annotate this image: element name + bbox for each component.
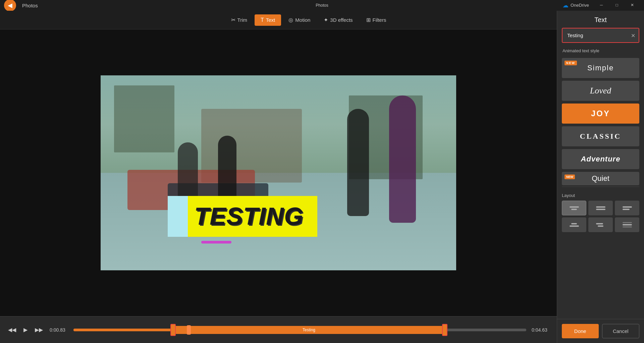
scene-element-1 — [114, 85, 174, 152]
trim-icon: ✂ — [231, 17, 235, 23]
filters-button[interactable]: ⊞ Filters — [360, 14, 392, 26]
layout-btn-6[interactable] — [615, 217, 639, 232]
layout-btn-3[interactable] — [615, 201, 639, 215]
layout-bar — [571, 223, 577, 224]
filters-label: Filters — [373, 17, 386, 23]
done-button[interactable]: Done — [562, 324, 599, 338]
video-frame: TESTING — [101, 75, 456, 270]
layout-bar — [570, 206, 579, 208]
layout-bar — [623, 222, 632, 223]
text-label: Text — [266, 17, 275, 23]
minimize-button[interactable]: ─ — [594, 0, 609, 10]
bottom-buttons: Done Cancel — [557, 319, 644, 343]
video-container: TESTING — [0, 29, 557, 316]
track-progress — [73, 329, 187, 331]
track-segment[interactable]: Testing — [173, 326, 445, 334]
titlebar-left: ◀ Photos — [4, 0, 38, 11]
new-badge-simple: NEW — [565, 61, 577, 65]
track-handle-left[interactable] — [170, 324, 176, 336]
style-label-adventure: Adventure — [581, 155, 621, 163]
text-bg-cyan — [168, 196, 188, 237]
effects-button[interactable]: ✦ 3D effects — [318, 14, 359, 26]
text-input-clear-button[interactable]: ✕ — [631, 32, 635, 39]
person-4 — [389, 95, 416, 223]
segment-label: Testing — [303, 328, 315, 332]
close-button[interactable]: ✕ — [625, 0, 640, 10]
timeline-track[interactable]: Testing — [73, 324, 526, 336]
layout-bar — [623, 206, 632, 208]
onedrive-icon: ☁ — [562, 2, 569, 9]
animated-style-label: Animated text style — [557, 47, 644, 57]
layout-icon-5 — [596, 223, 605, 227]
text-overlay: TESTING — [168, 196, 317, 237]
rewind-button[interactable]: ◀◀ — [7, 325, 17, 335]
layout-bar — [571, 209, 577, 210]
window-title: Photos — [316, 3, 328, 8]
layout-btn-1[interactable] — [562, 201, 586, 215]
timeline-area: ◀◀ ▶ ▶▶ 0:00.83 Testing 0:04.63 — [0, 316, 557, 343]
effects-label: 3D effects — [330, 17, 353, 23]
style-card-loved[interactable]: Loved — [562, 81, 639, 101]
style-label-classic: CLASSIC — [580, 132, 621, 141]
new-badge-quiet: NEW — [565, 175, 575, 179]
app-body: ✂ Trim T Text ◎ Motion ✦ 3D effects ⊞ — [0, 11, 644, 343]
layout-icon-2 — [596, 206, 605, 210]
person-2 — [218, 136, 236, 203]
effects-icon: ✦ — [324, 17, 328, 23]
layout-grid — [562, 201, 639, 232]
motion-label: Motion — [295, 17, 310, 23]
divider — [562, 187, 639, 187]
layout-bar — [623, 224, 632, 225]
onedrive-label: OneDrive — [571, 3, 589, 8]
onedrive-area: ☁ OneDrive — [558, 0, 594, 11]
layout-bar — [623, 209, 630, 210]
layout-btn-2[interactable] — [588, 201, 613, 215]
text-input[interactable] — [562, 28, 639, 42]
style-label-simple: Simple — [587, 64, 614, 72]
style-label-quiet: Quiet — [592, 174, 609, 183]
cancel-button[interactable]: Cancel — [602, 324, 640, 338]
filters-icon: ⊞ — [366, 17, 371, 23]
right-panel: Text ✕ Animated text style NEW Simple Lo… — [557, 11, 644, 343]
forward-button[interactable]: ▶▶ — [34, 325, 44, 335]
maximize-button[interactable]: □ — [609, 0, 625, 10]
motion-icon: ◎ — [288, 17, 293, 23]
layout-bar — [570, 225, 579, 227]
layout-bar — [596, 223, 603, 224]
text-input-container[interactable]: ✕ — [562, 28, 639, 43]
layout-bar — [598, 225, 603, 227]
track-handle-right[interactable] — [442, 324, 447, 336]
play-button[interactable]: ▶ — [20, 325, 31, 335]
style-label-joy: JOY — [591, 109, 610, 118]
window-controls: ☁ OneDrive ─ □ ✕ — [558, 0, 640, 11]
layout-bar — [623, 226, 632, 227]
layout-icon-1 — [570, 206, 579, 210]
trim-button[interactable]: ✂ Trim — [225, 14, 253, 26]
text-underline — [201, 241, 231, 244]
motion-button[interactable]: ◎ Motion — [282, 14, 316, 26]
titlebar: ◀ Photos Photos ☁ OneDrive ─ □ ✕ — [0, 0, 644, 11]
testing-text: TESTING — [195, 203, 304, 230]
layout-icon-3 — [623, 206, 632, 210]
playhead[interactable] — [187, 325, 191, 335]
layout-icon-6 — [623, 222, 632, 227]
back-button[interactable]: ◀ — [4, 0, 16, 11]
layout-bar — [596, 206, 605, 208]
person-3 — [347, 109, 369, 216]
style-card-classic[interactable]: CLASSIC — [562, 126, 639, 146]
style-card-simple[interactable]: NEW Simple — [562, 58, 639, 78]
trim-label: Trim — [237, 17, 247, 23]
end-time: 0:04.63 — [532, 327, 550, 333]
text-bg-yellow: TESTING — [188, 196, 317, 237]
text-icon: T — [261, 17, 264, 23]
style-label-loved: Loved — [590, 86, 611, 96]
toolbar: ✂ Trim T Text ◎ Motion ✦ 3D effects ⊞ — [60, 14, 557, 26]
right-panel-title: Text — [557, 11, 644, 28]
style-card-adventure[interactable]: Adventure — [562, 149, 639, 169]
layout-btn-5[interactable] — [588, 217, 613, 232]
style-card-quiet[interactable]: NEW Quiet — [562, 172, 639, 185]
text-button[interactable]: T Text — [255, 14, 281, 26]
style-card-joy[interactable]: JOY — [562, 104, 639, 124]
editor-panel: ✂ Trim T Text ◎ Motion ✦ 3D effects ⊞ — [0, 11, 557, 343]
layout-btn-4[interactable] — [562, 217, 586, 232]
